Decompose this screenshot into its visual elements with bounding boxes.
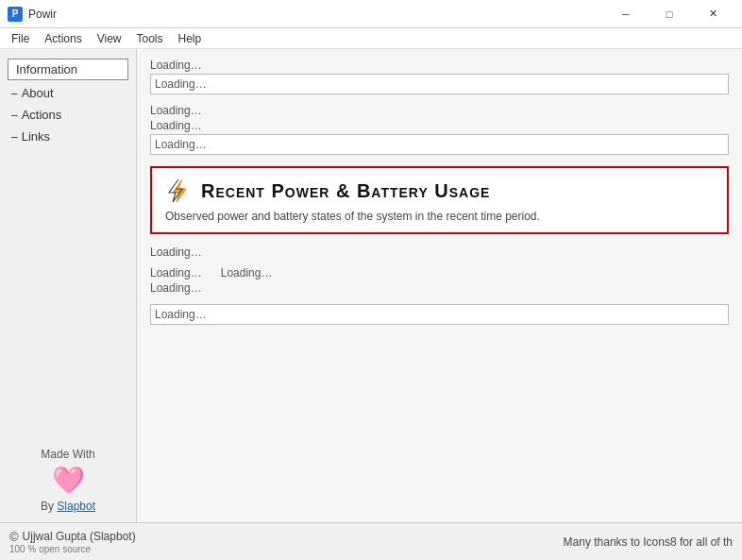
loading-group-2: Loading… Loading…	[150, 104, 729, 132]
loading-text-1: Loading…	[150, 59, 729, 72]
loading-bar-2: Loading…	[150, 134, 729, 155]
copyright-icon: ©	[9, 530, 19, 544]
app-title: Powir	[28, 8, 57, 21]
menu-actions[interactable]: Actions	[37, 28, 89, 49]
loading-bar-group-3: Loading…	[150, 304, 729, 325]
sidebar-item-information[interactable]: Information	[8, 59, 128, 80]
titlebar-left: P Powir	[8, 7, 57, 22]
window-controls: ─ □ ✕	[604, 0, 734, 28]
loading-bar-1: Loading…	[150, 74, 729, 94]
by-label: By Slapbot	[41, 500, 95, 513]
made-with-label: Made With	[41, 448, 94, 461]
sidebar-item-about[interactable]: – About	[8, 84, 128, 102]
loading-row-group: Loading… Loading… Loading…	[150, 266, 729, 297]
sidebar-bottom: Made With 🩷 By Slapbot	[8, 438, 128, 513]
lightning-bolt-icon	[165, 178, 194, 204]
titlebar: P Powir ─ □ ✕	[0, 0, 742, 28]
version-text: 100 % open source	[9, 544, 136, 554]
loading-text-4: Loading…	[150, 246, 729, 259]
sidebar: Information – About – Actions – Links Ma…	[0, 49, 137, 522]
sidebar-item-actions[interactable]: – Actions	[8, 106, 128, 124]
app-icon: P	[8, 7, 23, 22]
statusbar: © Ujjwal Gupta (Slapbot) 100 % open sour…	[0, 522, 742, 560]
copyright-line: © Ujjwal Gupta (Slapbot)	[9, 530, 136, 544]
feature-description: Observed power and battery states of the…	[165, 210, 714, 223]
sidebar-item-links[interactable]: – Links	[8, 127, 128, 145]
statusbar-left: © Ujjwal Gupta (Slapbot) 100 % open sour…	[9, 530, 136, 554]
content-area[interactable]: Loading… Loading… Loading… Loading… Load…	[137, 49, 742, 522]
heart-icon: 🩷	[52, 465, 85, 496]
main-container: Information – About – Actions – Links Ma…	[0, 49, 742, 522]
loading-text-5: Loading…	[150, 266, 202, 280]
feature-title: Recent Power & Battery Usage	[165, 178, 714, 204]
thanks-text: Many thanks to Icons8 for all of th	[564, 535, 733, 549]
loading-text-2: Loading…	[150, 104, 729, 117]
minimize-button[interactable]: ─	[604, 0, 648, 28]
loading-col-left: Loading… Loading…	[150, 266, 202, 297]
loading-text-6: Loading…	[150, 281, 202, 295]
feature-heading: Recent Power & Battery Usage	[201, 180, 490, 202]
loading-col-right: Loading…	[221, 266, 273, 297]
author-text: Ujjwal Gupta (Slapbot)	[23, 530, 136, 543]
close-button[interactable]: ✕	[691, 0, 734, 28]
loading-bar-3: Loading…	[150, 304, 729, 325]
menu-help[interactable]: Help	[171, 28, 210, 49]
menu-tools[interactable]: Tools	[129, 28, 171, 49]
loading-text-7: Loading…	[221, 266, 273, 280]
loading-text-3: Loading…	[150, 119, 729, 132]
menu-file[interactable]: File	[4, 28, 37, 49]
menubar: File Actions View Tools Help	[0, 28, 742, 49]
feature-icon	[165, 178, 194, 204]
slapbot-link[interactable]: Slapbot	[57, 500, 95, 513]
maximize-button[interactable]: □	[648, 0, 691, 28]
menu-view[interactable]: View	[90, 28, 129, 49]
feature-section: Recent Power & Battery Usage Observed po…	[150, 166, 729, 234]
